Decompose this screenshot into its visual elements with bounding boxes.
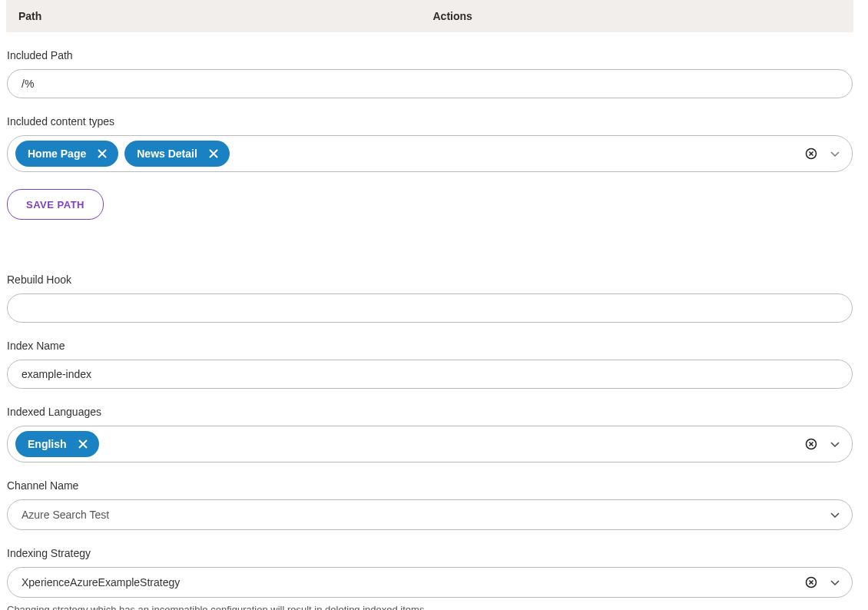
included-path-label: Included Path bbox=[7, 49, 853, 61]
indexed-languages-clear[interactable] bbox=[804, 437, 818, 451]
indexing-strategy-select[interactable]: XperienceAzureExampleStrategy bbox=[7, 567, 853, 598]
channel-name-dropdown-toggle[interactable] bbox=[829, 509, 841, 521]
content-types-clear[interactable] bbox=[804, 147, 818, 161]
included-path-input[interactable] bbox=[7, 69, 853, 98]
index-name-input[interactable] bbox=[7, 360, 853, 389]
indexed-languages-dropdown-toggle[interactable] bbox=[829, 438, 841, 450]
chip-label: News Detail bbox=[137, 148, 197, 160]
content-types-dropdown-toggle[interactable] bbox=[829, 148, 841, 160]
column-header-actions: Actions bbox=[430, 10, 842, 22]
chip-remove-english[interactable] bbox=[76, 437, 90, 451]
chip-remove-news-detail[interactable] bbox=[207, 147, 220, 161]
chip-label: English bbox=[28, 438, 67, 450]
indexing-strategy-label: Indexing Strategy bbox=[7, 547, 853, 559]
paths-table-header: Path Actions bbox=[6, 0, 853, 32]
save-path-button[interactable]: SAVE PATH bbox=[7, 189, 104, 220]
indexing-strategy-dropdown-toggle[interactable] bbox=[829, 576, 841, 588]
channel-name-select[interactable]: Azure Search Test bbox=[7, 499, 853, 530]
channel-name-label: Channel Name bbox=[7, 479, 853, 492]
content-types-input[interactable]: Home Page News Detail bbox=[7, 135, 853, 172]
rebuild-hook-input[interactable] bbox=[7, 293, 853, 323]
chip-english: English bbox=[15, 431, 99, 457]
chip-label: Home Page bbox=[28, 148, 86, 160]
indexing-strategy-helper: Changing strategy which has an incompati… bbox=[7, 604, 853, 610]
chip-news-detail: News Detail bbox=[124, 141, 230, 167]
content-types-label: Included content types bbox=[7, 115, 853, 128]
index-name-label: Index Name bbox=[7, 340, 853, 352]
channel-name-value: Azure Search Test bbox=[22, 509, 109, 521]
chip-remove-home-page[interactable] bbox=[95, 147, 109, 161]
indexing-strategy-clear[interactable] bbox=[804, 575, 818, 589]
indexed-languages-input[interactable]: English bbox=[7, 426, 853, 462]
chip-home-page: Home Page bbox=[15, 141, 118, 167]
indexed-languages-label: Indexed Languages bbox=[7, 406, 853, 418]
rebuild-hook-label: Rebuild Hook bbox=[7, 274, 853, 286]
column-header-path: Path bbox=[18, 10, 430, 22]
indexing-strategy-value: XperienceAzureExampleStrategy bbox=[22, 576, 180, 588]
